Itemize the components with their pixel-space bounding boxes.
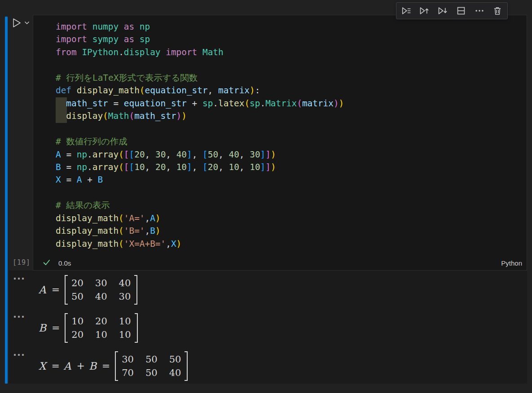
cell-status-bar: 0.0s Python — [33, 256, 527, 270]
output-collapse-button[interactable]: ··· — [13, 274, 25, 283]
chevron-down-icon[interactable] — [24, 21, 30, 25]
execution-count: [19] — [13, 258, 31, 266]
matrix-cell: 10 — [119, 328, 131, 341]
cell-output: ···A=203040504030 — [9, 273, 527, 306]
math-variable: A — [64, 360, 71, 372]
success-check-icon — [43, 259, 50, 268]
code-line: display_math('B=',B) — [56, 225, 525, 237]
matrix-right-bracket — [134, 275, 137, 305]
math-variable: X — [39, 360, 46, 372]
matrix-values: 102010201010 — [68, 313, 134, 343]
math-operator: = — [102, 360, 110, 371]
run-by-line-button[interactable] — [399, 4, 413, 17]
more-actions-icon — [475, 6, 484, 16]
matrix-right-bracket — [135, 313, 138, 343]
code-line: from IPython.display import Math — [56, 46, 525, 59]
delete-cell-icon — [492, 6, 502, 16]
status-left: 0.0s — [43, 259, 71, 268]
code-line: X = A + B — [56, 174, 525, 186]
run-below-icon — [438, 6, 448, 16]
run-above-icon — [419, 6, 429, 16]
math-operator: = — [52, 284, 60, 295]
matrix: 305050705040 — [115, 351, 188, 381]
run-above-button[interactable] — [418, 4, 432, 17]
code-line: import sympy as sp — [56, 33, 525, 46]
output-collapse-button[interactable]: ··· — [13, 312, 25, 321]
matrix-right-bracket — [185, 351, 188, 381]
cell-outputs: ···A=203040504030···B=102010201010···X=A… — [9, 271, 527, 384]
matrix-left-bracket — [65, 313, 68, 343]
delete-cell-button[interactable] — [490, 4, 505, 17]
code-line: display(Math(math_str)) — [56, 110, 525, 122]
latex-equation: X=A+B=305050705040 — [39, 351, 188, 381]
matrix-cell: 50 — [145, 353, 158, 366]
code-line: # 数値行列の作成 — [56, 135, 525, 148]
matrix-cell: 50 — [169, 353, 181, 366]
code-line: import numpy as np — [56, 21, 525, 33]
run-below-button[interactable] — [435, 4, 450, 17]
cell-toolbar — [396, 2, 508, 19]
code-line — [56, 59, 525, 71]
cell-output: ···X=A+B=305050705040 — [9, 349, 527, 382]
matrix-cell: 20 — [71, 276, 84, 290]
matrix-cell: 30 — [122, 353, 134, 366]
run-by-line-icon — [401, 6, 411, 16]
more-actions-button[interactable] — [472, 4, 487, 17]
matrix-cell: 10 — [119, 314, 131, 328]
math-variable: B — [39, 322, 46, 334]
code-line — [56, 187, 525, 199]
split-cell-icon — [456, 6, 466, 16]
matrix-cell: 40 — [95, 290, 107, 303]
language-picker[interactable]: Python — [501, 259, 522, 267]
math-variable: A — [39, 284, 46, 296]
output-collapse-button[interactable]: ··· — [13, 350, 25, 359]
matrix-left-bracket — [115, 351, 118, 381]
math-variable: B — [89, 360, 97, 372]
code-area[interactable]: import numpy as npimport sympy as spfrom… — [56, 21, 525, 250]
code-line: display_math('X=A+B=',X) — [56, 238, 525, 250]
notebook-page: import numpy as npimport sympy as spfrom… — [0, 0, 532, 393]
code-line: def display_math(equation_str, matrix): — [56, 84, 525, 97]
matrix-cell: 50 — [71, 290, 84, 303]
matrix-cell: 40 — [119, 276, 131, 290]
execute-cell-button[interactable] — [12, 17, 30, 28]
matrix-cell: 20 — [95, 314, 107, 328]
math-operator: = — [51, 360, 59, 371]
math-operator: + — [76, 360, 84, 371]
latex-equation: A=203040504030 — [39, 275, 137, 305]
code-line: # 結果の表示 — [56, 199, 525, 212]
matrix-cell: 50 — [145, 366, 158, 380]
matrix-cell: 20 — [71, 328, 84, 341]
cell-editor: import numpy as npimport sympy as spfrom… — [33, 15, 527, 271]
matrix-left-bracket — [65, 275, 68, 305]
matrix-values: 203040504030 — [68, 275, 134, 305]
matrix: 102010201010 — [65, 313, 137, 343]
matrix-cell: 40 — [169, 366, 181, 380]
code-line: B = np.array([[10, 20, 10], [20, 10, 10]… — [56, 161, 525, 174]
code-line — [56, 123, 525, 135]
math-operator: = — [52, 322, 60, 333]
code-line: display_math('A=',A) — [56, 212, 525, 225]
matrix-values: 305050705040 — [118, 351, 185, 381]
code-line: math_str = equation_str + sp.latex(sp.Ma… — [56, 97, 525, 110]
cell-output: ···B=102010201010 — [9, 311, 527, 344]
matrix-cell: 10 — [71, 314, 84, 328]
code-line: # 行列をLaTeX形式で表示する関数 — [56, 72, 525, 84]
split-cell-button[interactable] — [454, 4, 468, 17]
code-line: A = np.array([[20, 30, 40], [50, 40, 30]… — [56, 148, 525, 161]
matrix: 203040504030 — [65, 275, 137, 305]
matrix-cell: 70 — [122, 366, 134, 380]
play-icon — [12, 17, 22, 28]
cell-focus-bar — [5, 17, 8, 384]
execution-duration: 0.0s — [58, 259, 71, 267]
latex-equation: B=102010201010 — [39, 313, 138, 343]
matrix-cell: 30 — [119, 290, 131, 303]
matrix-cell: 30 — [95, 276, 107, 290]
matrix-cell: 10 — [95, 328, 107, 341]
